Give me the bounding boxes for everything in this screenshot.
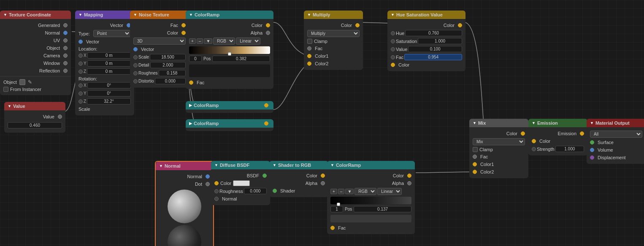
bsdf-out-socket[interactable] — [262, 174, 267, 178]
emission-strength-field[interactable]: 1.000 — [555, 146, 584, 152]
loc-x-field[interactable]: 0 m — [87, 52, 131, 59]
cr4-color-socket[interactable] — [407, 174, 411, 178]
mix-mode-dropdown[interactable]: Mix — [473, 138, 525, 145]
mix-color2-socket[interactable] — [473, 170, 477, 174]
rot-y-field[interactable]: 0° — [87, 90, 131, 96]
cr4-menu-btn[interactable]: ▼ — [345, 189, 354, 194]
mat-surface-socket[interactable] — [590, 140, 594, 144]
cr4-index-field[interactable]: 1 — [330, 206, 343, 212]
vector-in-socket[interactable] — [78, 40, 83, 44]
normal-socket[interactable] — [63, 31, 68, 35]
cr4-add-btn[interactable]: + — [330, 189, 337, 194]
loc-y-field[interactable]: 0 m — [87, 60, 131, 67]
rot-x-field[interactable]: 0° — [87, 82, 131, 88]
rot-z-field[interactable]: 32.2° — [87, 98, 131, 104]
emission-color-socket[interactable] — [532, 139, 536, 143]
type-dropdown[interactable]: Point — [93, 30, 131, 37]
cr1-pos-field[interactable]: 0.382 — [212, 56, 270, 62]
cr4-gradient[interactable] — [330, 197, 411, 204]
noise-detail-field[interactable]: 2.000 — [150, 62, 186, 68]
fac-field-hs[interactable]: 0.954 — [404, 54, 462, 60]
str-color-socket[interactable] — [321, 174, 325, 178]
diffuse-color-swatch[interactable] — [233, 180, 250, 186]
sat-socket[interactable] — [391, 39, 395, 43]
loc-z-socket[interactable] — [78, 70, 83, 74]
val-field[interactable]: 0.100 — [408, 46, 462, 52]
noise-vector-socket[interactable] — [133, 47, 138, 51]
mult-color-socket[interactable] — [355, 23, 360, 27]
mix-color-socket[interactable] — [521, 131, 525, 136]
loc-z-field[interactable]: 0 m — [87, 68, 131, 75]
dot-out-socket[interactable] — [206, 182, 210, 186]
normal-out-socket[interactable] — [206, 174, 210, 179]
from-instancer-checkbox[interactable] — [3, 87, 8, 92]
cr1-gradient[interactable] — [189, 46, 270, 54]
mult-mode-dropdown[interactable]: Multiply — [307, 30, 360, 37]
colorramp2-right-socket[interactable] — [264, 103, 268, 107]
object-socket[interactable] — [63, 46, 68, 50]
mult-color1-socket[interactable] — [307, 54, 311, 58]
mat-all-dropdown[interactable]: All — [590, 131, 642, 138]
emission-strength-socket[interactable] — [532, 147, 536, 151]
uv-socket[interactable] — [63, 38, 68, 43]
mat-volume-socket[interactable] — [590, 148, 594, 152]
mult-fac-socket[interactable] — [307, 46, 311, 51]
diffuse-roughness-field[interactable]: 0.000 — [244, 188, 267, 194]
rot-z-socket[interactable] — [78, 99, 83, 104]
fac-socket-hs[interactable] — [391, 55, 395, 59]
val-socket[interactable] — [391, 47, 395, 51]
noise-roughness-field[interactable]: 0.158 — [159, 70, 186, 76]
emission-out-socket[interactable] — [580, 131, 584, 136]
value-out-socket[interactable] — [58, 115, 62, 119]
cr1-interp-dropdown[interactable]: Linear — [236, 37, 260, 45]
cr1-menu-btn[interactable]: ▼ — [204, 38, 212, 44]
noise-detail-socket[interactable] — [133, 63, 138, 67]
noise-fac-socket[interactable] — [181, 23, 186, 27]
eyedropper-icon[interactable]: ✎ — [28, 79, 32, 85]
cr4-marker[interactable] — [337, 203, 340, 206]
cr4-fac-socket[interactable] — [330, 226, 335, 230]
mix-color1-socket[interactable] — [473, 162, 477, 166]
str-shader-socket[interactable] — [273, 189, 277, 193]
hue-socket[interactable] — [391, 31, 395, 35]
str-alpha-socket[interactable] — [321, 181, 325, 185]
loc-y-socket[interactable] — [78, 62, 83, 66]
cr4-remove-btn[interactable]: – — [338, 189, 345, 194]
reflection-socket[interactable] — [63, 69, 68, 73]
cr4-interp-dropdown[interactable]: Linear — [377, 188, 402, 195]
mult-clamp-checkbox[interactable] — [307, 39, 312, 44]
noise-distortion-socket[interactable] — [133, 79, 138, 83]
hue-sat-color-socket[interactable] — [458, 23, 462, 27]
cr1-add-btn[interactable]: + — [189, 38, 196, 44]
camera-socket[interactable] — [63, 53, 68, 58]
object-icon[interactable] — [19, 79, 25, 85]
rot-y-socket[interactable] — [78, 91, 83, 96]
noise-scale-field[interactable]: 18.500 — [150, 54, 186, 60]
colorramp3-right-socket[interactable] — [264, 121, 268, 126]
hue-field[interactable]: 0.760 — [405, 30, 462, 36]
cr1-fac-socket[interactable] — [189, 80, 193, 85]
hue-sat-color-in-socket[interactable] — [391, 63, 395, 67]
noise-distortion-field[interactable]: 0.000 — [155, 78, 186, 84]
noise-color-socket[interactable] — [181, 31, 186, 35]
cr4-mode-dropdown[interactable]: RGB — [354, 188, 376, 195]
cr1-index-field[interactable]: 0 — [189, 56, 202, 62]
noise-3d-dropdown[interactable]: 3D — [133, 37, 186, 45]
generated-socket[interactable] — [63, 23, 68, 27]
cr4-alpha-socket[interactable] — [407, 181, 411, 185]
diffuse-color-socket[interactable] — [214, 181, 219, 185]
noise-roughness-socket[interactable] — [133, 71, 138, 75]
mix-clamp-checkbox[interactable] — [473, 147, 478, 152]
mat-displacement-socket[interactable] — [590, 155, 594, 160]
window-socket[interactable] — [63, 61, 68, 65]
loc-x-socket[interactable] — [78, 53, 83, 58]
cr1-mode-dropdown[interactable]: RGB — [213, 37, 235, 45]
sat-field[interactable]: 1.000 — [418, 38, 462, 44]
mult-color2-socket[interactable] — [307, 62, 311, 66]
value-field[interactable]: 0.460 — [8, 122, 62, 128]
mix-fac-socket[interactable] — [473, 155, 477, 159]
noise-scale-socket[interactable] — [133, 55, 138, 59]
cr1-alpha-socket[interactable] — [266, 31, 270, 35]
rot-x-socket[interactable] — [78, 83, 83, 88]
diffuse-normal-socket[interactable] — [214, 197, 219, 201]
